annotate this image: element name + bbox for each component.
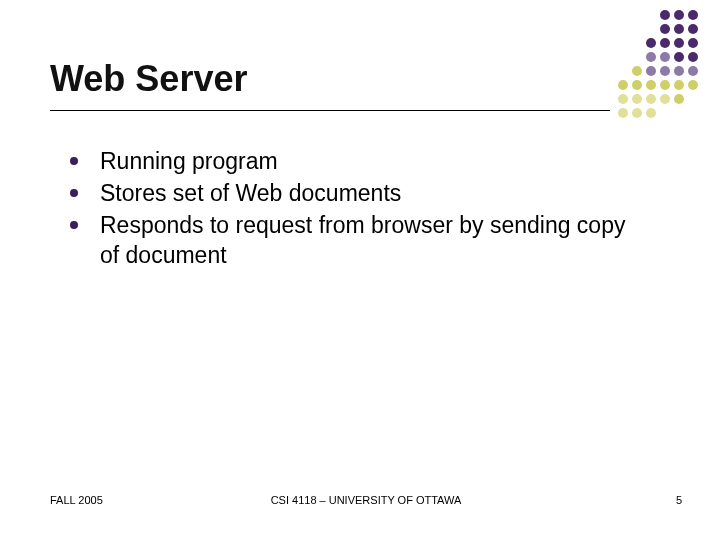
list-item: Running program bbox=[70, 146, 650, 176]
bullet-icon bbox=[70, 157, 78, 165]
bullet-icon bbox=[70, 221, 78, 229]
list-item: Stores set of Web documents bbox=[70, 178, 650, 208]
footer-page-number: 5 bbox=[676, 494, 682, 506]
list-item-text: Stores set of Web documents bbox=[100, 178, 401, 208]
title-underline bbox=[50, 110, 610, 111]
footer: FALL 2005 CSI 4118 – UNIVERSITY OF OTTAW… bbox=[50, 494, 682, 506]
list-item-text: Responds to request from browser by send… bbox=[100, 210, 650, 270]
decorative-dot-grid bbox=[618, 10, 702, 122]
footer-center: CSI 4118 – UNIVERSITY OF OTTAWA bbox=[50, 494, 682, 506]
slide-title: Web Server bbox=[50, 58, 247, 100]
bullet-list: Running program Stores set of Web docume… bbox=[70, 146, 650, 272]
list-item-text: Running program bbox=[100, 146, 278, 176]
footer-left: FALL 2005 bbox=[50, 494, 103, 506]
bullet-icon bbox=[70, 189, 78, 197]
slide: Web Server Running program Stores set of… bbox=[0, 0, 720, 540]
list-item: Responds to request from browser by send… bbox=[70, 210, 650, 270]
